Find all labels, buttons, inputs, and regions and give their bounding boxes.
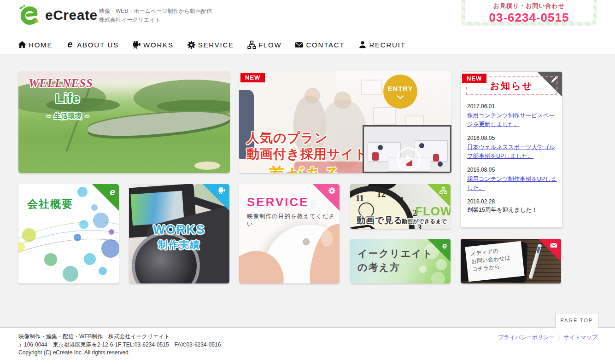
footer-links: プライバシーポリシー｜サイトマップ <box>498 334 597 341</box>
pen-clip <box>536 246 540 253</box>
news-link[interactable]: 採用コンテンツ制作サービスページを更新しました。 <box>467 112 555 127</box>
ecreate-e-icon: e <box>110 187 115 197</box>
nav-recruit-label: RECRUIT <box>369 41 405 49</box>
bubble <box>77 187 88 197</box>
contact-box: お見積り・お問い合わせ 03-6234-0515 <box>462 0 597 25</box>
nav-about-label: ABOUT US <box>77 41 119 49</box>
news-item: 2016.08.05 日本ウェルネススポーツ大学ゴルフ部事例をUPしました。 <box>467 135 557 160</box>
news-item: 2016.02.28 創業15周年を迎えました！ <box>467 198 557 214</box>
tile-flow[interactable]: 11 12 1 2 3 FLOW 動画で見る 動画ができるまで <box>350 184 451 229</box>
nav-works[interactable]: WORKS <box>132 40 174 49</box>
link-separator: ｜ <box>556 334 562 341</box>
corner-ribbon <box>538 239 561 262</box>
service-tile-title: SERVICE <box>247 195 309 209</box>
nav-contact-label: CONTACT <box>306 41 345 49</box>
nav-service[interactable]: SERVICE <box>187 40 234 49</box>
chevron-down-icon <box>397 95 404 99</box>
recruit-caption-1: 人気のプラン <box>246 129 328 147</box>
video-camera-icon <box>132 40 141 49</box>
bubble <box>101 239 119 258</box>
chair-shape <box>372 152 379 161</box>
nav-flow-label: FLOW <box>258 41 282 49</box>
bubble <box>84 253 96 265</box>
sitemap-link[interactable]: サイトマップ <box>563 334 597 341</box>
tile-company-profile[interactable]: 会社概要 e <box>18 184 119 283</box>
news-link[interactable]: 日本ウェルネススポーツ大学ゴルフ部事例をUPしました。 <box>467 144 555 159</box>
nav-home-label: HOME <box>29 41 53 49</box>
office-video-thumbnail[interactable] <box>363 125 451 173</box>
tagline: 映像・WEB・ホームページ制作から動画配信 株式会社イークリエイト <box>99 7 212 24</box>
philosophy-line2: の考え方 <box>357 261 400 274</box>
page: eCreate 映像・WEB・ホームページ制作から動画配信 株式会社イークリエイ… <box>0 0 615 364</box>
header: eCreate 映像・WEB・ホームページ制作から動画配信 株式会社イークリエイ… <box>0 0 615 54</box>
mouse-button-dot <box>303 238 310 245</box>
news-item: 2016.08.05 採用コンテンツ制作事例をUPしました。 <box>467 167 557 192</box>
nav-home[interactable]: HOME <box>18 40 53 49</box>
flow-caption-big: 動画で見る <box>357 214 403 226</box>
tagline-line2: 株式会社イークリエイト <box>99 16 212 24</box>
bubble <box>109 229 114 235</box>
nav-about[interactable]: e ABOUT US <box>66 40 119 49</box>
ecreate-e-icon: e <box>66 40 75 49</box>
wellness-title: WELLNESS <box>29 77 93 90</box>
new-badge: NEW <box>462 74 486 83</box>
news-item: 2017.06.01 採用コンテンツ制作サービスページを更新しました。 <box>467 103 557 128</box>
flow-tile-title: FLOW <box>415 204 451 219</box>
bubble <box>22 228 36 242</box>
bunker-shape <box>194 162 220 170</box>
corner-ribbon <box>428 184 451 207</box>
news-date: 2016.02.28 <box>467 198 557 205</box>
tile-philosophy[interactable]: イークリエイト の考え方 e <box>350 239 451 283</box>
wellness-subtitle: － 生活環境 － <box>45 112 90 121</box>
nav-contact[interactable]: CONTACT <box>295 40 345 49</box>
news-date: 2016.08.05 <box>467 135 557 141</box>
logo[interactable]: eCreate <box>17 4 98 27</box>
privacy-policy-link[interactable]: プライバシーポリシー <box>498 334 554 341</box>
flow-caption-small: 動画ができるまで <box>402 218 447 225</box>
photo-frame <box>373 107 396 125</box>
tile-service[interactable]: SERVICE 映像制作の目的を教えてください <box>239 184 340 283</box>
bubble <box>99 267 107 275</box>
news-link[interactable]: 採用コンテンツ制作事例をUPしました。 <box>467 176 557 191</box>
footer-line2: 〒106-0044 東京都港区東麻布2-12-6-1F TEL:03-6234-… <box>18 341 221 349</box>
person-head <box>438 162 443 167</box>
banner-wellness-life[interactable]: WELLNESS Life － 生活環境 － <box>18 71 230 173</box>
contact-label: お見積り・お問い合わせ <box>465 2 593 10</box>
entry-button[interactable]: ENTRY <box>383 75 417 109</box>
page-top-button[interactable]: PAGE TOP <box>555 313 598 328</box>
contact-box-inner: お見積り・お問い合わせ 03-6234-0515 <box>465 0 593 22</box>
gear-icon <box>187 40 196 49</box>
main-content: WELLNESS Life － 生活環境 － NEW ENTRY 人気のプラン … <box>0 54 615 327</box>
flow-chart-icon <box>247 40 256 49</box>
recruit-caption-clipped: 差がある <box>268 162 343 173</box>
flow-chart-icon <box>439 187 447 196</box>
clock-number: 12 <box>377 189 386 199</box>
clock-number: 1 <box>400 195 404 205</box>
news-title: お知らせ <box>490 81 533 91</box>
entry-label: ENTRY <box>383 85 417 92</box>
footer-info: 映像制作・編集・配信・WEB制作 株式会社イークリエイト 〒106-0044 東… <box>18 333 221 357</box>
person-icon <box>358 40 367 49</box>
person-head <box>305 88 320 104</box>
news-panel: NEW お知らせ 2017.06.01 採用コンテンツ制作サービスページを更新し… <box>461 71 562 228</box>
paper-note: メディアの お問い合わせは コチラから <box>465 241 524 282</box>
tile-works[interactable]: WORKS 制作実績 <box>129 184 229 283</box>
person-head <box>334 92 351 109</box>
news-list: 2017.06.01 採用コンテンツ制作サービスページを更新しました。 2016… <box>467 103 557 220</box>
nav-flow[interactable]: FLOW <box>247 40 282 49</box>
contact-phone: 03-6234-0515 <box>465 11 593 25</box>
play-button-icon[interactable] <box>396 147 421 173</box>
tagline-line1: 映像・WEB・ホームページ制作から動画配信 <box>99 7 212 16</box>
footer: 映像制作・編集・配信・WEB制作 株式会社イークリエイト 〒106-0044 東… <box>0 327 615 364</box>
tile-media-contact[interactable]: メディアの お問い合わせは コチラから <box>461 239 561 283</box>
banner-recruit-site[interactable]: NEW ENTRY 人気のプラン 動画付き採用サイト 差がある <box>239 71 451 173</box>
works-tile-title: WORKS <box>129 223 229 237</box>
bubble <box>74 234 81 241</box>
clock-number: 11 <box>356 193 364 203</box>
company-tile-title: 会社概要 <box>27 197 73 211</box>
video-camera-icon <box>218 187 226 196</box>
chair-shape <box>433 154 439 162</box>
bubble <box>79 220 88 229</box>
nav-recruit[interactable]: RECRUIT <box>358 40 405 49</box>
footer-copyright: Copyright (C) eCreate Inc. All rights re… <box>18 349 221 357</box>
